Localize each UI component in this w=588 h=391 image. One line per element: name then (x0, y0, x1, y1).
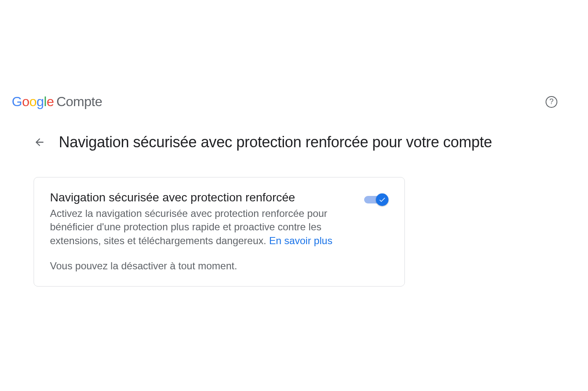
checkmark-icon (378, 196, 386, 203)
app-header: Google Compte ? (0, 94, 588, 109)
back-arrow-icon[interactable] (33, 136, 46, 149)
google-logo: Google (12, 94, 54, 109)
logo-area: Google Compte (12, 94, 102, 109)
card-text-block: Navigation sécurisée avec protection ren… (50, 191, 348, 248)
card-note: Vous pouvez la désactiver à tout moment. (50, 260, 388, 272)
help-icon[interactable]: ? (546, 96, 557, 108)
card-header-row: Navigation sécurisée avec protection ren… (50, 191, 388, 248)
card-description: Activez la navigation sécurisée avec pro… (50, 207, 348, 248)
account-product-label: Compte (56, 94, 102, 109)
setting-card: Navigation sécurisée avec protection ren… (34, 177, 405, 287)
toggle-thumb (376, 193, 388, 206)
card-title: Navigation sécurisée avec protection ren… (50, 191, 348, 204)
learn-more-link[interactable]: En savoir plus (269, 235, 333, 246)
page-title: Navigation sécurisée avec protection ren… (59, 133, 492, 151)
page-title-row: Navigation sécurisée avec protection ren… (33, 133, 492, 151)
enhanced-safe-browsing-toggle[interactable] (364, 193, 388, 206)
